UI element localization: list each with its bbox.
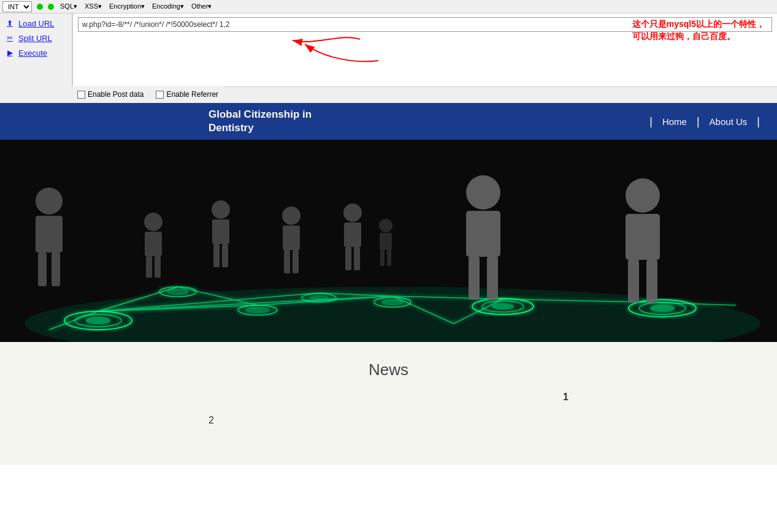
svg-rect-49 [284,250,290,273]
url-annotation: 这个只是mysql5以上的一个特性， 可以用来过狗，自己百度。 [632,18,765,42]
svg-rect-37 [38,253,47,286]
news-number-1: 1 [25,392,752,403]
execute-icon: ▶ [5,48,15,58]
site-title: Global Citizenship in Dentistry [209,108,312,135]
svg-rect-65 [628,260,639,303]
svg-rect-46 [222,244,228,267]
nav-bar: Global Citizenship in Dentistry | Home |… [0,103,777,140]
svg-point-20 [86,317,110,324]
sql-button[interactable]: SQL▾ [59,2,78,10]
svg-rect-64 [626,214,660,260]
post-data-checkbox[interactable] [77,91,85,99]
svg-point-47 [282,207,300,225]
green-dot-1 [37,4,43,10]
svg-point-51 [343,203,362,222]
execute-item[interactable]: ▶ Execute [0,45,72,60]
svg-point-22 [167,289,189,295]
svg-point-34 [650,305,675,312]
svg-rect-45 [213,244,220,267]
svg-rect-62 [487,257,498,300]
split-url-label: Split URL [18,34,52,43]
split-url-item[interactable]: ✂ Split URL [0,31,72,45]
referrer-checkbox[interactable] [156,91,164,99]
referrer-checkbox-label[interactable]: Enable Referrer [156,90,218,99]
svg-point-26 [309,295,329,300]
svg-point-28 [381,299,404,305]
web-content: Global Citizenship in Dentistry | Home |… [0,103,777,532]
svg-rect-40 [145,232,162,256]
svg-rect-54 [354,247,360,270]
checkbox-row: Enable Post data Enable Referrer [72,86,223,103]
svg-rect-38 [52,253,60,286]
svg-point-63 [626,178,660,213]
hero-section [0,140,777,342]
load-url-icon: ⬆ [5,18,15,28]
toolbar: INT SQL▾ XSS▾ Encryption▾ Encoding▾ Othe… [0,0,777,13]
svg-rect-50 [293,250,299,273]
svg-rect-60 [466,211,500,257]
site-title-line1: Global Citizenship in [209,108,312,121]
hero-svg [0,140,777,342]
post-data-label: Enable Post data [88,90,144,99]
nav-sep-1: | [645,115,657,128]
encoding-button[interactable]: Encoding▾ [151,2,185,10]
svg-rect-53 [345,247,351,270]
split-url-icon: ✂ [5,33,15,43]
nav-sep-3: | [752,115,765,128]
svg-point-24 [245,307,270,313]
svg-point-31 [492,303,514,310]
annotation-line2: 可以用来过狗，自己百度。 [632,31,765,43]
nav-sep-2: | [692,115,705,128]
about-link[interactable]: About Us [705,116,752,127]
svg-rect-56 [380,233,392,250]
svg-rect-42 [155,256,161,278]
url-area: 这个只是mysql5以上的一个特性， 可以用来过狗，自己百度。 [72,13,777,87]
svg-rect-44 [212,219,229,244]
svg-point-55 [379,219,392,232]
green-dot-2 [48,4,54,10]
svg-point-59 [466,175,500,210]
news-title: News [25,360,752,379]
annotation-line1: 这个只是mysql5以上的一个特性， [632,18,765,31]
side-panel: ⬆ Load URL ✂ Split URL ▶ Execute [0,13,72,87]
news-section: News 1 2 [0,342,777,465]
news-number-2: 2 [25,415,752,426]
post-data-checkbox-label[interactable]: Enable Post data [77,90,144,99]
execute-label: Execute [18,48,47,58]
int-select[interactable]: INT [2,1,32,12]
svg-point-39 [144,213,163,231]
svg-rect-57 [380,250,385,266]
svg-rect-58 [387,250,391,266]
svg-point-35 [36,188,63,215]
nav-links: | Home | About Us | [645,115,765,128]
site-title-line2: Dentistry [209,121,312,135]
svg-rect-61 [469,257,480,300]
svg-rect-52 [344,222,361,247]
home-link[interactable]: Home [657,116,692,127]
xss-button[interactable]: XSS▾ [83,2,103,10]
other-button[interactable]: Other▾ [190,2,213,10]
encryption-button[interactable]: Encryption▾ [108,2,146,10]
svg-rect-66 [646,260,657,303]
svg-rect-36 [36,216,63,253]
svg-point-43 [212,200,230,219]
load-url-label: Load URL [18,19,55,28]
referrer-label: Enable Referrer [166,90,218,99]
svg-rect-48 [283,226,300,250]
svg-rect-41 [146,256,152,278]
load-url-item[interactable]: ⬆ Load URL [0,16,72,31]
